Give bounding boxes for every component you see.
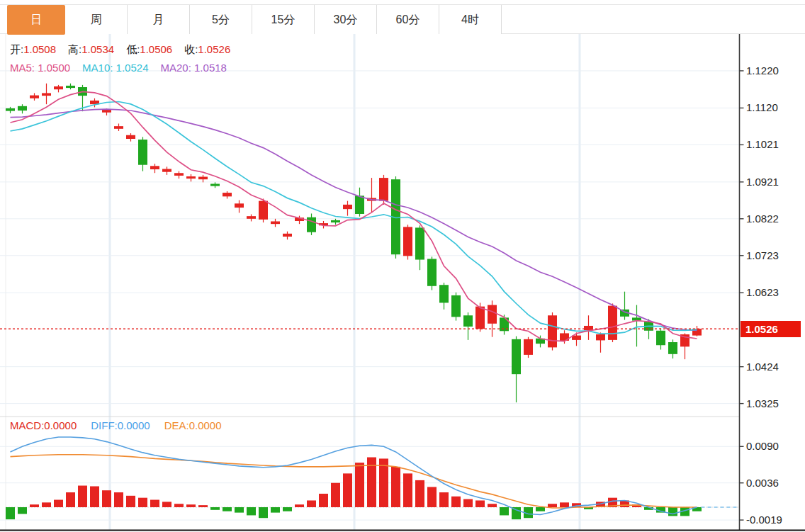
price-tick-label: 1.1021 xyxy=(746,138,779,151)
candle-up xyxy=(343,205,352,209)
candle-down xyxy=(463,315,473,327)
macd-bar-positive xyxy=(174,504,184,507)
open-label: 开: xyxy=(10,43,23,55)
tab-4hour[interactable]: 4时 xyxy=(439,5,502,34)
candle-up xyxy=(475,307,485,329)
macd-bar-negative xyxy=(247,507,256,515)
tab-day[interactable]: 日 xyxy=(7,5,65,35)
macd-bar-negative xyxy=(18,507,27,514)
macd-bar-positive xyxy=(90,486,99,507)
candle-down xyxy=(210,183,220,186)
macd-bar-positive xyxy=(439,492,449,507)
macd-bar-positive xyxy=(451,497,461,507)
macd-bar-negative xyxy=(210,507,220,510)
ma5-legend: MA5: 1.0500 xyxy=(10,62,70,74)
macd-bar-positive xyxy=(391,467,400,507)
tab-month[interactable]: 月 xyxy=(128,5,190,34)
candle-up xyxy=(126,135,135,139)
close-value: 1.0526 xyxy=(198,43,230,55)
macd-bar-positive xyxy=(162,502,171,507)
macd-tick-label: 0.0036 xyxy=(746,477,779,489)
candle-down xyxy=(18,106,27,111)
macd-bar-negative xyxy=(271,507,280,513)
tab-week[interactable]: 周 xyxy=(65,5,128,34)
macd-bar-positive xyxy=(367,458,376,507)
macd-bar-negative xyxy=(283,507,292,511)
macd-bar-positive xyxy=(126,496,135,507)
tab-15min[interactable]: 15分 xyxy=(252,5,315,34)
ohlc-legend: 开:1.0508高:1.0534低:1.0506收:1.0526 xyxy=(10,43,242,57)
macd-value-legend: MACD:0.0000 xyxy=(10,419,77,431)
candle-down xyxy=(656,331,665,345)
candle-down xyxy=(512,339,521,374)
macd-bar-positive xyxy=(319,494,328,507)
candle-down xyxy=(6,108,15,111)
macd-bar-positive xyxy=(66,492,75,507)
low-label: 低: xyxy=(126,43,140,55)
macd-bar-positive xyxy=(138,498,147,507)
macd-bar-positive xyxy=(307,500,316,507)
candle-up xyxy=(198,177,208,180)
candle-down xyxy=(439,285,449,302)
candle-down xyxy=(331,220,340,222)
macd-bar-positive xyxy=(198,505,208,507)
tab-5min[interactable]: 5分 xyxy=(190,5,252,34)
ma20-legend: MA20: 1.0518 xyxy=(161,62,227,74)
macd-bar-negative xyxy=(259,507,268,518)
price-tick-label: 1.1220 xyxy=(746,64,779,77)
ma-legend: MA5: 1.0500MA10: 1.0524MA20: 1.0518 xyxy=(10,62,227,74)
candle-down xyxy=(355,196,364,214)
candle-up xyxy=(174,173,184,176)
candle-up xyxy=(259,201,268,220)
candle-up xyxy=(524,339,533,355)
candle-up xyxy=(596,334,605,340)
candle-up xyxy=(247,216,256,219)
macd-bar-positive xyxy=(560,502,569,507)
macd-legend: MACD:0.0000DIFF:0.0000DEA:0.0000 xyxy=(10,419,222,431)
candle-up xyxy=(584,326,593,330)
low-value: 1.0506 xyxy=(140,43,172,55)
candle-up xyxy=(102,110,111,113)
macd-bar-negative xyxy=(536,507,545,511)
macd-bar-positive xyxy=(42,502,51,507)
macd-bar-positive xyxy=(331,483,340,507)
high-label: 高: xyxy=(68,43,81,55)
high-value: 1.0534 xyxy=(81,43,114,55)
candle-up xyxy=(403,227,412,256)
price-tick-label: 1.0623 xyxy=(746,286,779,299)
open-value: 1.0508 xyxy=(23,43,56,55)
candle-up xyxy=(608,306,617,340)
macd-bar-positive xyxy=(186,504,196,507)
macd-bar-positive xyxy=(463,499,473,507)
tab-30min[interactable]: 30分 xyxy=(315,5,377,34)
macd-bar-positive xyxy=(548,504,557,507)
macd-bar-positive xyxy=(415,480,424,507)
macd-bar-positive xyxy=(78,486,87,507)
ma10-legend: MA10: 1.0524 xyxy=(82,62,148,74)
candle-up xyxy=(548,315,557,347)
candle-up xyxy=(223,193,232,196)
macd-bar-positive xyxy=(295,504,304,507)
macd-bar-negative xyxy=(668,507,677,516)
tab-60min[interactable]: 60分 xyxy=(377,5,439,34)
candle-up xyxy=(186,176,196,179)
price-tick-label: 1.0325 xyxy=(746,397,779,410)
candle-down xyxy=(138,140,147,165)
candle-down xyxy=(415,227,424,259)
macd-bar-positive xyxy=(102,490,111,507)
candle-up xyxy=(114,126,123,129)
macd-bar-positive xyxy=(403,473,412,507)
macd-bar-positive xyxy=(355,463,364,507)
price-tick-label: 1.0424 xyxy=(746,361,779,373)
dea-value-legend: DEA:0.0000 xyxy=(164,419,222,431)
candle-up xyxy=(30,96,39,98)
macd-bar-positive xyxy=(343,473,352,507)
price-tick-label: 1.0723 xyxy=(746,249,779,262)
price-tick-label: 1.0921 xyxy=(746,176,779,188)
chart-canvas[interactable] xyxy=(0,0,805,532)
macd-tick-label: -0.0019 xyxy=(746,514,782,526)
macd-bar-positive xyxy=(114,492,123,507)
macd-bar-positive xyxy=(427,487,437,507)
price-tick-label: 1.0822 xyxy=(746,213,779,225)
candle-up xyxy=(42,93,51,96)
